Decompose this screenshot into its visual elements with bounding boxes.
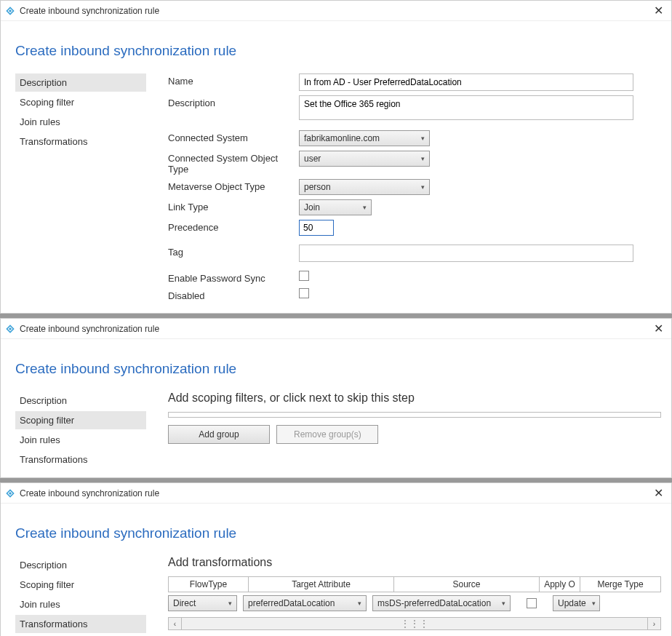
scroll-left-icon[interactable]: ‹ bbox=[169, 618, 182, 629]
chevron-down-icon: ▾ bbox=[228, 600, 232, 607]
select-value: msDS-preferredDataLocation bbox=[377, 598, 491, 608]
sidebar-item-scoping[interactable]: Scoping filter bbox=[15, 411, 146, 429]
description-input[interactable]: Set the Office 365 region bbox=[299, 95, 633, 120]
sidebar-item-label: Scoping filter bbox=[20, 415, 74, 426]
wizard-sidebar: Description Scoping filter Join rules Tr… bbox=[15, 73, 146, 306]
sidebar-item-label: Transformations bbox=[20, 619, 87, 629]
target-attr-select[interactable]: preferredDataLocation ▾ bbox=[243, 595, 367, 611]
add-group-button[interactable]: Add group bbox=[168, 425, 270, 444]
remove-groups-button: Remove group(s) bbox=[276, 425, 378, 444]
label-link-type: Link Type bbox=[168, 199, 299, 212]
col-merge-type: Merge Type bbox=[580, 577, 660, 592]
window-title: Create inbound synchronization rule bbox=[20, 324, 159, 334]
chevron-down-icon: ▾ bbox=[592, 600, 596, 607]
horizontal-scrollbar[interactable]: ‹ ⋮⋮⋮ › bbox=[168, 617, 661, 630]
source-select[interactable]: msDS-preferredDataLocation ▾ bbox=[372, 595, 511, 611]
label-mv-object-type: Metaverse Object Type bbox=[168, 179, 299, 192]
app-icon bbox=[5, 6, 15, 16]
page-title: Create inbound synchronization rule bbox=[15, 361, 661, 377]
connected-system-select[interactable]: fabrikamonline.com ▾ bbox=[299, 130, 430, 146]
scoping-area: Add scoping filters, or click next to sk… bbox=[168, 391, 661, 470]
select-value: Direct bbox=[173, 598, 196, 608]
sidebar-item-label: Join rules bbox=[20, 434, 60, 445]
page-title: Create inbound synchronization rule bbox=[15, 525, 661, 541]
sidebar-item-description[interactable]: Description bbox=[15, 391, 146, 410]
disabled-checkbox[interactable] bbox=[299, 288, 309, 298]
sidebar-item-label: Join rules bbox=[20, 599, 60, 610]
label-description: Description bbox=[168, 95, 299, 108]
window-title: Create inbound synchronization rule bbox=[20, 6, 159, 16]
close-icon[interactable]: ✕ bbox=[651, 322, 665, 335]
sidebar-item-label: Transformations bbox=[20, 454, 87, 465]
sidebar-item-transform[interactable]: Transformations bbox=[15, 615, 146, 633]
sidebar-item-label: Transformations bbox=[20, 136, 87, 147]
cs-object-type-select[interactable]: user ▾ bbox=[299, 151, 430, 167]
sidebar-item-label: Description bbox=[20, 560, 67, 571]
chevron-down-icon: ▾ bbox=[421, 155, 425, 162]
sidebar-item-join[interactable]: Join rules bbox=[15, 431, 146, 449]
app-icon bbox=[5, 324, 15, 334]
chevron-down-icon: ▾ bbox=[363, 204, 367, 211]
form-area: Name Description Set the Office 365 regi… bbox=[168, 73, 661, 306]
mv-object-type-select[interactable]: person ▾ bbox=[299, 179, 430, 195]
name-input[interactable] bbox=[299, 73, 633, 91]
select-value: preferredDataLocation bbox=[248, 598, 335, 608]
sidebar-item-label: Join rules bbox=[20, 116, 60, 127]
col-target-attr: Target Attribute bbox=[249, 577, 394, 592]
sidebar-item-label: Description bbox=[20, 395, 67, 406]
label-cs-object-type: Connected System Object Type bbox=[168, 151, 299, 175]
transform-area: Add transformations FlowType Target Attr… bbox=[168, 556, 661, 636]
chevron-down-icon: ▾ bbox=[358, 600, 361, 607]
link-type-select[interactable]: Join ▾ bbox=[299, 199, 372, 215]
chevron-down-icon: ▾ bbox=[502, 600, 505, 607]
scoping-groups-strip bbox=[168, 412, 661, 418]
wizard-sidebar: Description Scoping filter Join rules Tr… bbox=[15, 556, 146, 636]
sidebar-item-join[interactable]: Join rules bbox=[15, 113, 146, 131]
app-icon bbox=[5, 488, 15, 498]
window-description: Create inbound synchronization rule ✕ Cr… bbox=[0, 0, 672, 314]
window-transformations: Create inbound synchronization rule ✕ Cr… bbox=[0, 482, 672, 636]
sidebar-item-description[interactable]: Description bbox=[15, 556, 146, 574]
label-name: Name bbox=[168, 73, 299, 87]
merge-type-select[interactable]: Update ▾ bbox=[553, 595, 600, 611]
sidebar-item-transform[interactable]: Transformations bbox=[15, 450, 146, 469]
scroll-right-icon[interactable]: › bbox=[647, 618, 660, 629]
scoping-heading: Add scoping filters, or click next to sk… bbox=[168, 391, 661, 405]
transform-heading: Add transformations bbox=[168, 556, 661, 569]
close-icon[interactable]: ✕ bbox=[651, 4, 665, 17]
sidebar-item-label: Description bbox=[20, 77, 67, 88]
transform-row: Direct ▾ preferredDataLocation ▾ msDS-pr… bbox=[168, 592, 661, 614]
col-apply-once: Apply O bbox=[540, 577, 580, 592]
col-flowtype: FlowType bbox=[169, 577, 249, 592]
window-title: Create inbound synchronization rule bbox=[20, 488, 159, 498]
sidebar-item-join[interactable]: Join rules bbox=[15, 595, 146, 613]
flowtype-select[interactable]: Direct ▾ bbox=[168, 595, 237, 611]
select-value: fabrikamonline.com bbox=[304, 133, 380, 143]
sidebar-item-scoping[interactable]: Scoping filter bbox=[15, 93, 146, 111]
page-title: Create inbound synchronization rule bbox=[15, 43, 661, 59]
label-precedence: Precedence bbox=[168, 220, 299, 233]
select-value: Update bbox=[558, 598, 586, 608]
col-source: Source bbox=[394, 577, 540, 592]
select-value: Join bbox=[304, 202, 320, 212]
sidebar-item-transform[interactable]: Transformations bbox=[15, 132, 146, 151]
enable-pw-sync-checkbox[interactable] bbox=[299, 271, 309, 281]
window-scoping: Create inbound synchronization rule ✕ Cr… bbox=[0, 318, 672, 478]
wizard-sidebar: Description Scoping filter Join rules Tr… bbox=[15, 391, 146, 470]
label-connected-system: Connected System bbox=[168, 130, 299, 143]
button-label: Remove group(s) bbox=[294, 429, 361, 440]
titlebar: Create inbound synchronization rule ✕ bbox=[1, 1, 671, 21]
select-value: person bbox=[304, 182, 331, 192]
label-enable-pw-sync: Enable Password Sync bbox=[168, 271, 299, 284]
scroll-thumb[interactable]: ⋮⋮⋮ bbox=[182, 619, 647, 629]
tag-input[interactable] bbox=[299, 245, 633, 262]
close-icon[interactable]: ✕ bbox=[651, 486, 665, 500]
titlebar: Create inbound synchronization rule ✕ bbox=[1, 483, 671, 504]
sidebar-item-label: Scoping filter bbox=[20, 579, 74, 590]
precedence-input[interactable] bbox=[299, 220, 334, 236]
sidebar-item-scoping[interactable]: Scoping filter bbox=[15, 576, 146, 594]
button-label: Add group bbox=[199, 429, 239, 440]
apply-once-checkbox[interactable] bbox=[527, 598, 537, 608]
sidebar-item-description[interactable]: Description bbox=[15, 73, 146, 92]
transform-table-header: FlowType Target Attribute Source Apply O… bbox=[168, 576, 661, 592]
